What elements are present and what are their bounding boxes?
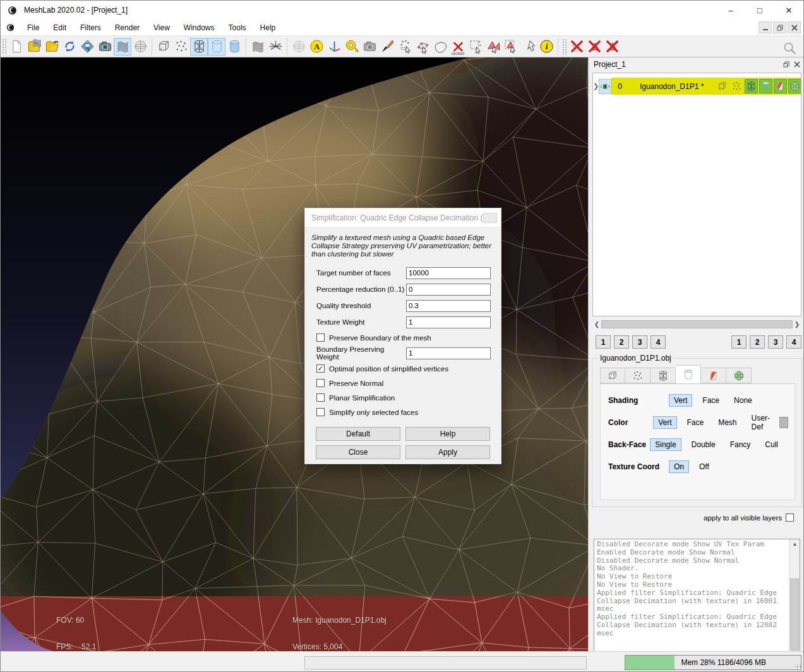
vscroll-up-icon[interactable]: ▲ bbox=[789, 539, 800, 549]
clear-face-selection-icon[interactable] bbox=[585, 38, 603, 56]
color-face-option[interactable]: Face bbox=[683, 417, 709, 428]
panel-float-icon[interactable] bbox=[781, 60, 791, 69]
project-panel-header[interactable]: Project_1 bbox=[589, 57, 804, 71]
menu-render[interactable]: Render bbox=[108, 21, 147, 35]
layer-expander-icon[interactable]: ❯ bbox=[593, 82, 599, 90]
menu-windows[interactable]: Windows bbox=[177, 21, 222, 35]
preserve-boundary-checkbox[interactable] bbox=[316, 333, 325, 342]
select-faces-rect-icon[interactable] bbox=[502, 38, 520, 56]
axis-triad-icon[interactable] bbox=[325, 38, 343, 56]
apply-all-checkbox[interactable] bbox=[786, 513, 794, 522]
left-split-button-3[interactable]: 3 bbox=[632, 335, 647, 349]
planar-simplification-checkbox[interactable] bbox=[316, 393, 325, 402]
layer-smooth-icon[interactable] bbox=[759, 79, 772, 93]
render-points-icon[interactable] bbox=[172, 38, 190, 56]
clear-all-selection-icon[interactable] bbox=[603, 38, 621, 56]
menu-tools[interactable]: Tools bbox=[222, 21, 253, 35]
layer-visibility-eye-icon[interactable] bbox=[599, 79, 611, 94]
left-split-button-4[interactable]: 4 bbox=[651, 335, 666, 349]
info-icon[interactable] bbox=[537, 38, 555, 56]
layer-tree-hscrollbar[interactable]: ❮ ❯ bbox=[592, 319, 801, 330]
tab-points[interactable] bbox=[625, 368, 651, 383]
move-selection-icon[interactable] bbox=[520, 38, 537, 56]
tab-decoration[interactable] bbox=[726, 368, 752, 383]
backface-single-option[interactable]: Single bbox=[650, 438, 681, 451]
menu-file[interactable]: File bbox=[20, 21, 46, 35]
select-faces-icon[interactable] bbox=[484, 38, 502, 56]
trackball-icon[interactable] bbox=[290, 38, 308, 56]
measure-tool-icon[interactable] bbox=[343, 38, 361, 56]
georef-icon[interactable]: GEOREF bbox=[449, 38, 467, 56]
raster-alignment-icon[interactable] bbox=[361, 38, 378, 56]
left-split-button-2[interactable]: 2 bbox=[614, 335, 629, 349]
import-mesh-icon[interactable] bbox=[43, 38, 61, 56]
panel-close-icon[interactable] bbox=[791, 60, 802, 69]
mdi-restore-button[interactable] bbox=[773, 21, 786, 33]
vscroll-thumb[interactable] bbox=[790, 579, 799, 651]
tab-texture[interactable] bbox=[701, 368, 726, 383]
simplify-selected-checkbox[interactable] bbox=[316, 408, 325, 416]
reload-icon[interactable] bbox=[61, 38, 78, 56]
menu-view[interactable]: View bbox=[147, 21, 177, 35]
render-smooth-icon[interactable] bbox=[208, 38, 225, 56]
minimize-button[interactable]: – bbox=[716, 1, 745, 20]
open-project-icon[interactable] bbox=[25, 38, 43, 56]
right-split-button-3[interactable]: 3 bbox=[768, 335, 783, 349]
layer-wireframe-icon[interactable] bbox=[745, 79, 758, 93]
help-button[interactable]: Help bbox=[405, 427, 490, 441]
search-icon[interactable] bbox=[781, 39, 798, 57]
tab-wireframe[interactable] bbox=[651, 368, 676, 383]
boundary-weight-input[interactable] bbox=[406, 347, 491, 359]
shading-vert-option[interactable]: Vert bbox=[669, 394, 692, 407]
tab-smooth[interactable] bbox=[676, 365, 701, 383]
layer-row[interactable]: ❯ 0 Iguanodon_D1P1 * bbox=[593, 78, 801, 95]
export-mesh-icon[interactable] bbox=[78, 38, 96, 56]
close-button[interactable]: ✕ bbox=[774, 1, 803, 20]
tab-bbox[interactable] bbox=[600, 368, 625, 383]
color-mesh-option[interactable]: Mesh bbox=[714, 417, 741, 428]
show-layer-dialog-icon[interactable] bbox=[114, 38, 131, 56]
render-bbox-icon[interactable] bbox=[155, 38, 172, 56]
render-flat-icon[interactable] bbox=[225, 38, 243, 56]
toolbar-drag-handle[interactable] bbox=[562, 39, 567, 55]
dialog-title-bar[interactable]: Simplification: Quadric Edge Collapse De… bbox=[305, 208, 501, 227]
colorize-icon[interactable] bbox=[431, 38, 449, 56]
menu-edit[interactable]: Edit bbox=[46, 21, 73, 35]
shading-face-option[interactable]: Face bbox=[698, 395, 724, 406]
shading-none-option[interactable]: None bbox=[729, 395, 757, 406]
default-button[interactable]: Default bbox=[316, 427, 400, 441]
show-labels-icon[interactable] bbox=[308, 38, 325, 56]
log-panel[interactable]: Disabled Decorate mode Show UV Tex Param… bbox=[594, 539, 800, 663]
render-wireframe-icon[interactable] bbox=[190, 38, 208, 56]
snapshot-icon[interactable] bbox=[96, 38, 114, 56]
hscroll-right-icon[interactable]: ❯ bbox=[793, 321, 801, 328]
apply-button[interactable]: Apply bbox=[405, 445, 490, 459]
zpaint-icon[interactable] bbox=[378, 38, 396, 56]
right-split-button-4[interactable]: 4 bbox=[786, 335, 801, 349]
toolbar-drag-handle[interactable] bbox=[2, 39, 6, 55]
layers-stack-icon[interactable] bbox=[249, 38, 267, 56]
percentage-reduction-input[interactable] bbox=[406, 284, 491, 296]
resize-grip-icon[interactable] bbox=[795, 664, 802, 671]
backface-cull-option[interactable]: Cull bbox=[760, 439, 783, 450]
layer-decoration-icon[interactable] bbox=[788, 79, 801, 93]
backface-fancy-option[interactable]: Fancy bbox=[726, 439, 755, 450]
target-faces-input[interactable] bbox=[406, 267, 491, 279]
menu-filters[interactable]: Filters bbox=[73, 21, 108, 35]
hscroll-left-icon[interactable]: ❮ bbox=[592, 321, 601, 328]
dialog-title-button[interactable] bbox=[483, 213, 497, 223]
layer-bbox-icon[interactable] bbox=[716, 79, 729, 93]
trackball-sphere-icon[interactable] bbox=[131, 38, 149, 56]
userdef-color-swatch[interactable] bbox=[779, 417, 788, 428]
left-split-button-1[interactable]: 1 bbox=[596, 335, 611, 349]
optimal-position-checkbox[interactable]: ✓ bbox=[316, 364, 325, 373]
color-vert-option[interactable]: Vert bbox=[653, 416, 676, 429]
log-vscrollbar[interactable]: ▲ ▼ bbox=[789, 539, 800, 662]
hscroll-thumb[interactable] bbox=[601, 320, 793, 328]
show-axes-icon[interactable] bbox=[267, 38, 284, 56]
mdi-close-button[interactable] bbox=[788, 21, 801, 33]
right-split-button-1[interactable]: 1 bbox=[731, 335, 747, 349]
layer-tree[interactable]: ❯ 0 Iguanodon_D1P1 * bbox=[592, 73, 801, 316]
mdi-minimize-button[interactable] bbox=[759, 21, 772, 33]
select-vertices-icon[interactable] bbox=[467, 38, 484, 56]
